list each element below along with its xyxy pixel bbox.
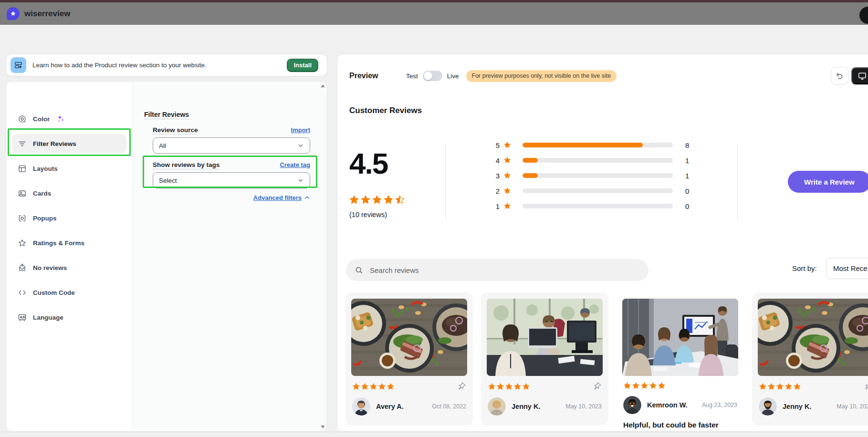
average-rating-stars [349,195,405,205]
sidebar-item-ratings-forms[interactable]: Ratings & Forms [12,233,126,252]
rating-bar-track [523,143,673,147]
rating-bar-fill [523,173,538,178]
star-icon [503,172,511,179]
rating-histogram-row: 4 1 [493,153,689,168]
rating-bar-track [523,158,673,163]
rating-histogram-row: 3 1 [493,168,689,183]
language-icon [18,313,27,322]
rating-bar-track [523,188,673,193]
sidebar-item-no-reviews[interactable]: No reviews [12,258,126,277]
rating-histogram: 5 8 4 1 3 1 2 0 1 0 [493,137,689,214]
pin-icon[interactable] [863,382,868,391]
code-icon [18,288,27,297]
search-icon [355,266,363,274]
chevron-down-icon [297,142,304,149]
account-avatar[interactable] [859,7,868,24]
star-icon [503,156,511,164]
reset-button[interactable] [831,67,848,84]
rating-bar-track [523,173,673,178]
review-photo-food [351,299,467,376]
customer-reviews-title: Customer Reviews [349,106,422,115]
review-cards-row: Avery A. Oct 08, 2022 Jenny K. May 10, 2… [345,292,868,432]
rating-histogram-row: 5 8 [493,137,689,153]
scroll-down-icon[interactable] [321,426,325,428]
review-card[interactable]: Avery A. Oct 08, 2022 [345,292,473,426]
sort-by-label: Sort by: [792,264,817,272]
advanced-filters-link[interactable]: Advanced filters [153,194,310,201]
sidebar-item-color[interactable]: Color [12,109,126,128]
rating-histogram-row: 1 0 [493,198,689,214]
rating-histogram-row: 2 0 [493,183,689,198]
settings-sidebar: Color Filter Reviews Layouts Cards Popup… [6,82,132,431]
settings-panel: Color Filter Reviews Layouts Cards Popup… [6,81,327,432]
sidebar-item-cards[interactable]: Cards [12,184,126,203]
preview-panel: Preview Test Live For preview purposes o… [337,54,868,432]
avatar [352,397,370,416]
avatar [488,397,506,416]
toggle-test-label[interactable]: Test [406,73,418,80]
review-source-select[interactable]: All [153,137,310,154]
toggle-knob [424,72,432,80]
chevron-up-icon [304,195,310,201]
popups-icon [18,214,27,223]
sidebar-item-layouts[interactable]: Layouts [12,159,126,178]
ai-sparkles-icon [56,114,65,123]
horizontal-scrollbar-track[interactable] [0,432,868,437]
filter-icon [18,139,27,148]
pin-icon[interactable] [592,382,602,391]
tags-select[interactable]: Select [153,172,310,188]
average-rating-value: 4.5 [349,149,387,178]
reviews-count: (10 reviews) [349,211,387,218]
review-card[interactable]: Kemroon W. Aug 23, 2023 Helpful, but cou… [617,292,744,432]
toggle-live-label[interactable]: Live [447,73,459,80]
review-stars [623,382,666,390]
review-photo-office [487,299,603,376]
sidebar-item-popups[interactable]: Popups [12,208,126,228]
no-reviews-icon [18,263,27,272]
rating-bar-track [523,204,673,208]
ratings-icon [18,239,27,248]
review-photo-meeting [622,299,738,376]
test-live-toggle[interactable] [423,71,442,81]
tags-label: Show reviews by tags [153,161,220,168]
review-source-label: Review source [153,126,198,134]
review-stars [759,383,801,391]
chevron-down-icon [297,177,304,184]
search-reviews-input[interactable] [369,266,598,275]
preview-info-badge: For preview purposes only, not visible o… [466,70,617,82]
pin-icon[interactable] [457,382,466,391]
wiserreview-logo-icon [7,7,20,20]
pane-scrollbar[interactable] [320,84,325,428]
sidebar-item-filter-reviews[interactable]: Filter Reviews [12,134,126,153]
product-section-icon [10,57,26,73]
star-icon [503,202,511,210]
review-card[interactable]: Jenny K. May 10, 2023 [481,292,608,426]
write-review-button[interactable]: Write a Review [788,171,868,193]
filter-pane-title: Filter Reviews [144,111,189,118]
install-banner: Learn how to add the Product review sect… [6,54,327,76]
avatar [623,396,641,414]
review-title: Helpful, but could be faster [622,421,738,429]
divider [737,143,738,220]
install-button[interactable]: Install [287,59,318,72]
review-stars [352,383,395,391]
filter-reviews-pane: Filter Reviews Review source Import All … [132,82,327,431]
avatar [759,397,777,416]
sort-select[interactable]: Most Recent [826,258,868,279]
rating-bar-fill [523,143,643,147]
layouts-icon [18,164,27,173]
top-app-bar: wiserreview [0,0,868,25]
banner-text: Learn how to add the Product review sect… [32,62,287,69]
sidebar-item-custom-code[interactable]: Custom Code [12,283,126,302]
desktop-view-button[interactable] [851,67,868,84]
divider [445,143,446,220]
import-link[interactable]: Import [291,126,310,134]
review-card[interactable]: Jenny K. May 10, 2023 [752,292,868,426]
sidebar-item-language[interactable]: Language [12,308,126,327]
star-icon [503,141,511,149]
create-tag-link[interactable]: Create tag [280,161,310,168]
star-icon [503,187,511,195]
search-reviews-bar[interactable] [346,259,648,281]
scroll-up-icon[interactable] [321,84,325,87]
review-stars [488,383,530,391]
